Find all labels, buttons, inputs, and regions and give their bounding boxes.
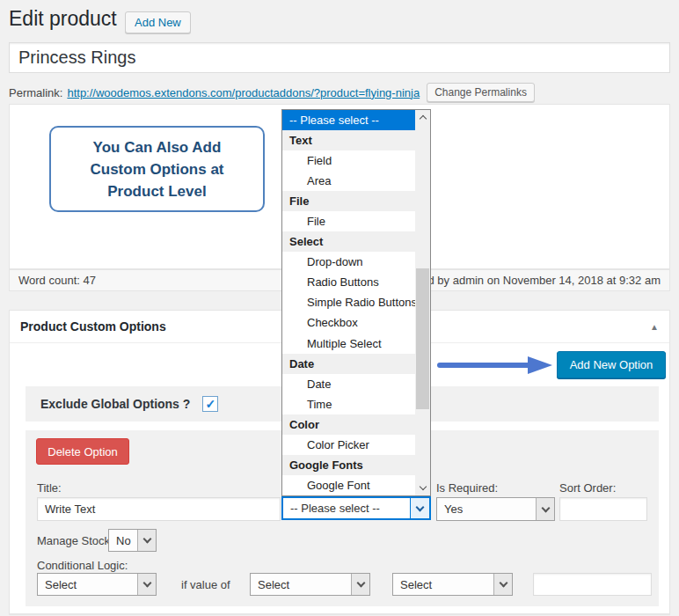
note-line: You Can Also Add — [93, 136, 222, 158]
option-title-input[interactable] — [37, 497, 281, 521]
dropdown-item[interactable]: Drop-down — [282, 252, 415, 272]
dropdown-group: File — [282, 191, 415, 211]
dropdown-item[interactable]: Google Font — [282, 475, 415, 495]
sort-order-label: Sort Order: — [559, 481, 616, 495]
chevron-down-icon — [351, 574, 369, 595]
note-line: Product Level — [107, 180, 206, 202]
dropdown-group: Color — [282, 414, 415, 435]
permalink: Permalink: http://woodemos.extendons.com… — [9, 81, 535, 104]
dropdown-item[interactable]: Multiple Select — [282, 334, 415, 354]
dropdown-scrollbar[interactable] — [415, 110, 430, 495]
dropdown-group: Date — [282, 354, 415, 374]
pointer-arrow-icon — [434, 353, 558, 378]
chevron-down-icon — [536, 498, 554, 520]
scroll-up-icon[interactable] — [415, 110, 430, 125]
is-required-label: Is Required: — [436, 481, 498, 495]
permalink-link[interactable]: http://woodemos.extendons.com/productadd… — [67, 86, 420, 99]
note-line: Custom Options at — [90, 158, 223, 180]
dropdown-item-selected[interactable]: -- Please select -- — [282, 110, 415, 130]
sort-order-input[interactable] — [559, 497, 647, 521]
check-icon: ✓ — [205, 398, 215, 410]
dropdown-group: Google Map — [282, 495, 415, 496]
option-type-dropdown: -- Please select -- Text Field Area File… — [281, 109, 431, 496]
panel-title: Product Custom Options — [20, 319, 166, 334]
word-count: Word count: 47 — [18, 274, 96, 287]
page-title: Edit product — [9, 7, 117, 31]
exclude-global-options-checkbox[interactable]: ✓ — [202, 396, 218, 412]
dropdown-item[interactable]: Color Picker — [282, 435, 415, 455]
title-field-label: Title: — [37, 481, 62, 495]
product-title-input[interactable] — [9, 42, 670, 73]
dropdown-group: Google Fonts — [282, 455, 415, 475]
conditional-logic-label: Conditional Logic: — [37, 559, 128, 572]
scroll-down-icon[interactable] — [415, 480, 430, 495]
dropdown-group: Select — [282, 231, 415, 252]
option-type-select[interactable]: -- Please select -- — [281, 496, 431, 520]
condition-field-value: Select — [251, 578, 351, 591]
condition-value-input[interactable] — [533, 573, 652, 596]
dropdown-item[interactable]: Area — [282, 171, 415, 191]
condition-operator-select[interactable]: Select — [392, 573, 513, 596]
editor-note-box: You Can Also Add Custom Options at Produ… — [49, 126, 265, 212]
manage-stock-value: No — [109, 534, 137, 547]
dropdown-item[interactable]: Radio Buttons — [282, 272, 415, 292]
is-required-value: Yes — [437, 502, 536, 516]
chevron-down-icon — [410, 498, 429, 518]
dropdown-group: Text — [282, 130, 415, 150]
scrollbar-thumb[interactable] — [416, 268, 429, 409]
is-required-select[interactable]: Yes — [436, 497, 555, 521]
conditional-logic-select[interactable]: Select — [37, 573, 157, 596]
chevron-down-icon — [137, 530, 156, 551]
condition-field-select[interactable]: Select — [250, 573, 370, 596]
last-edited-info: edited by admin on November 14, 2018 at … — [403, 274, 661, 287]
manage-stock-label: Manage Stock — [37, 534, 110, 547]
chevron-down-icon — [493, 574, 512, 595]
if-value-of-label: if value of — [181, 578, 230, 591]
condition-operator-value: Select — [393, 578, 493, 591]
delete-option-button[interactable]: Delete Option — [36, 438, 129, 465]
add-new-option-button[interactable]: Add New Option — [557, 351, 666, 378]
dropdown-item[interactable]: File — [282, 211, 415, 231]
dropdown-item[interactable]: Time — [282, 394, 415, 414]
dropdown-items: -- Please select -- Text Field Area File… — [282, 110, 415, 495]
add-new-button[interactable]: Add New — [125, 11, 191, 33]
chevron-down-icon — [137, 574, 156, 595]
change-permalinks-button[interactable]: Change Permalinks — [427, 83, 535, 102]
permalink-label: Permalink: — [9, 86, 62, 99]
dropdown-item[interactable]: Date — [282, 374, 415, 394]
manage-stock-select[interactable]: No — [108, 529, 157, 552]
dropdown-item[interactable]: Field — [282, 150, 415, 171]
dropdown-item[interactable]: Checkbox — [282, 312, 415, 333]
option-type-value: -- Please select -- — [283, 502, 410, 515]
conditional-logic-value: Select — [38, 578, 137, 591]
dropdown-item[interactable]: Simple Radio Buttons — [282, 292, 415, 312]
exclude-global-options-label: Exclude Global Options ? — [40, 397, 190, 411]
collapse-arrow-icon[interactable]: ▲ — [650, 322, 659, 332]
